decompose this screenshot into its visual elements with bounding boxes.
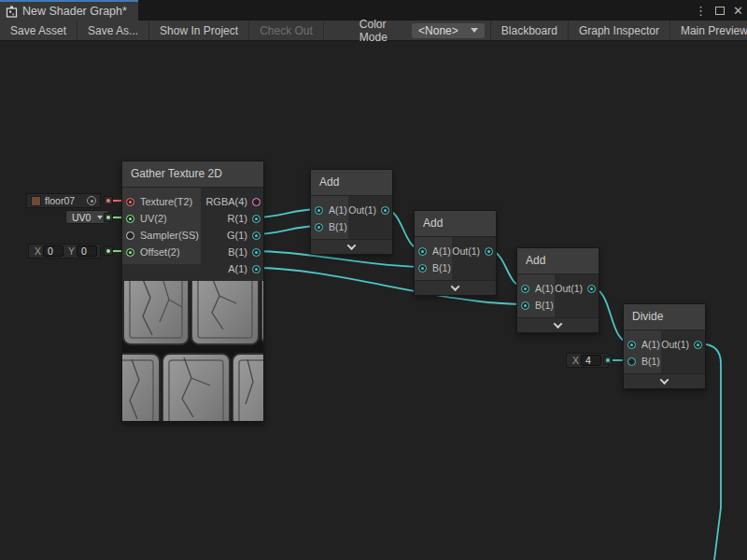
node-gather-texture-2d[interactable]: Gather Texture 2D Texture(T2) UV(2) Samp… bbox=[121, 161, 264, 422]
node-title[interactable]: Gather Texture 2D bbox=[122, 161, 263, 188]
collapse-chevron-icon bbox=[554, 319, 563, 329]
port-label: B(1) bbox=[432, 262, 451, 273]
graph-tab[interactable]: New Shader Graph* bbox=[0, 0, 138, 21]
add3-input-port-a[interactable] bbox=[521, 285, 529, 293]
close-icon[interactable]: ✕ bbox=[733, 5, 743, 17]
node-divide[interactable]: Divide A(1) B(1) Out(1) bbox=[623, 303, 706, 389]
divide-input-port-b[interactable] bbox=[627, 357, 636, 366]
divide-b-connector[interactable] bbox=[603, 356, 613, 365]
node-add-3[interactable]: Add A(1) B(1) Out(1) bbox=[516, 247, 599, 333]
texture-name: floor07 bbox=[45, 195, 75, 206]
show-in-project-button[interactable]: Show In Project bbox=[149, 21, 249, 40]
graph-canvas[interactable]: Gather Texture 2D Texture(T2) UV(2) Samp… bbox=[0, 41, 747, 560]
port-label: Out(1) bbox=[555, 283, 583, 294]
port-label: Out(1) bbox=[452, 245, 480, 257]
port-label: RGBA(4) bbox=[205, 196, 247, 207]
port-label: A(1) bbox=[432, 245, 451, 257]
gather-output-port-a[interactable] bbox=[252, 265, 261, 273]
port-label: B(1) bbox=[228, 246, 247, 258]
texture-connector[interactable] bbox=[104, 196, 113, 205]
gather-output-port-g[interactable] bbox=[252, 231, 261, 240]
gather-output-port-b[interactable] bbox=[252, 248, 261, 257]
gather-input-port-uv[interactable] bbox=[126, 215, 134, 223]
node-add-1[interactable]: Add A(1) B(1) Out(1) bbox=[310, 169, 393, 255]
collapse-chevron-icon bbox=[660, 375, 669, 385]
color-mode-label: Color Mode bbox=[359, 18, 404, 44]
tab-title: New Shader Graph* bbox=[22, 5, 127, 18]
gather-output-port-rgba[interactable] bbox=[252, 198, 261, 206]
main-preview-button[interactable]: Main Preview bbox=[669, 21, 747, 40]
add3-input-port-b[interactable] bbox=[521, 301, 529, 310]
save-asset-button[interactable]: Save Asset bbox=[0, 21, 78, 40]
port-label: B(1) bbox=[641, 356, 660, 367]
offset-x-label: X bbox=[35, 245, 41, 257]
color-mode-dropdown[interactable]: <None> bbox=[412, 23, 485, 38]
offset-connector[interactable] bbox=[104, 246, 113, 256]
graph-inspector-button[interactable]: Graph Inspector bbox=[568, 21, 669, 40]
add1-input-port-a[interactable] bbox=[315, 206, 323, 215]
check-out-button: Check Out bbox=[249, 21, 324, 40]
add1-output-port[interactable] bbox=[381, 206, 389, 215]
gather-input-port-texture[interactable] bbox=[126, 198, 134, 206]
uv-channel-value: UV0 bbox=[72, 212, 91, 223]
chevron-down-icon bbox=[471, 28, 478, 33]
gather-input-port-offset[interactable] bbox=[126, 248, 134, 257]
divide-output-port[interactable] bbox=[694, 341, 702, 349]
graph-toolbar: Save Asset Save As... Show In Project Ch… bbox=[0, 21, 747, 41]
collapse-bar[interactable] bbox=[517, 317, 599, 332]
port-label: A(1) bbox=[228, 263, 247, 274]
divide-b-input[interactable]: 4 bbox=[581, 355, 601, 366]
port-label: Offset(2) bbox=[140, 246, 180, 258]
color-mode-value: <None> bbox=[418, 24, 458, 37]
offset-vector2-field: X 0 Y 0 bbox=[28, 244, 101, 259]
uv-connector[interactable] bbox=[104, 213, 113, 222]
collapse-bar[interactable] bbox=[415, 280, 496, 295]
node-add-2[interactable]: Add A(1) B(1) Out(1) bbox=[414, 210, 497, 296]
port-label: R(1) bbox=[228, 213, 247, 224]
edge-wires bbox=[0, 41, 747, 560]
kebab-menu-icon[interactable]: ⋮ bbox=[695, 5, 707, 17]
node-title[interactable]: Add bbox=[517, 248, 599, 274]
port-label: A(1) bbox=[329, 204, 347, 216]
color-mode-group: Color Mode <None> bbox=[354, 21, 490, 40]
offset-y-input[interactable]: 0 bbox=[77, 245, 97, 257]
add3-output-port[interactable] bbox=[587, 285, 596, 293]
shader-graph-window: New Shader Graph* ⋮ ✕ Save Asset Save As… bbox=[0, 0, 747, 560]
port-label: A(1) bbox=[641, 339, 660, 350]
node-title[interactable]: Divide bbox=[624, 304, 705, 330]
collapse-bar[interactable] bbox=[624, 373, 705, 388]
add1-input-port-b[interactable] bbox=[315, 223, 323, 231]
port-label: Out(1) bbox=[661, 339, 689, 350]
shader-graph-icon bbox=[6, 6, 18, 18]
gather-input-port-sampler[interactable] bbox=[126, 231, 134, 240]
gather-output-port-r[interactable] bbox=[252, 215, 261, 223]
node-title[interactable]: Add bbox=[311, 170, 392, 196]
port-label: UV(2) bbox=[140, 213, 167, 224]
divide-b-label: X bbox=[572, 355, 579, 366]
add2-input-port-a[interactable] bbox=[418, 247, 427, 256]
add2-output-port[interactable] bbox=[485, 247, 493, 256]
offset-x-input[interactable]: 0 bbox=[43, 245, 63, 257]
port-label: B(1) bbox=[535, 300, 554, 311]
add2-input-port-b[interactable] bbox=[418, 264, 427, 273]
node-title[interactable]: Add bbox=[415, 211, 496, 237]
port-label: Texture(T2) bbox=[140, 196, 192, 207]
texture-preview bbox=[122, 281, 263, 421]
offset-y-label: Y bbox=[68, 245, 75, 257]
collapse-chevron-icon bbox=[451, 282, 460, 291]
port-label: G(1) bbox=[227, 230, 247, 241]
collapse-bar[interactable] bbox=[311, 239, 392, 254]
maximize-icon[interactable] bbox=[715, 7, 725, 15]
texture-thumbnail bbox=[31, 196, 41, 206]
divide-input-port-a[interactable] bbox=[627, 341, 636, 349]
blackboard-button[interactable]: Blackboard bbox=[490, 21, 568, 40]
collapse-chevron-icon bbox=[347, 241, 357, 250]
texture-object-field[interactable]: floor07 bbox=[26, 193, 101, 208]
port-label: Out(1) bbox=[348, 204, 376, 216]
object-picker-icon[interactable] bbox=[87, 196, 96, 205]
chevron-down-icon bbox=[97, 216, 103, 219]
port-label: A(1) bbox=[535, 283, 554, 294]
save-as-button[interactable]: Save As... bbox=[78, 21, 149, 40]
port-label: B(1) bbox=[329, 221, 347, 232]
port-label: Sampler(SS) bbox=[140, 230, 199, 241]
